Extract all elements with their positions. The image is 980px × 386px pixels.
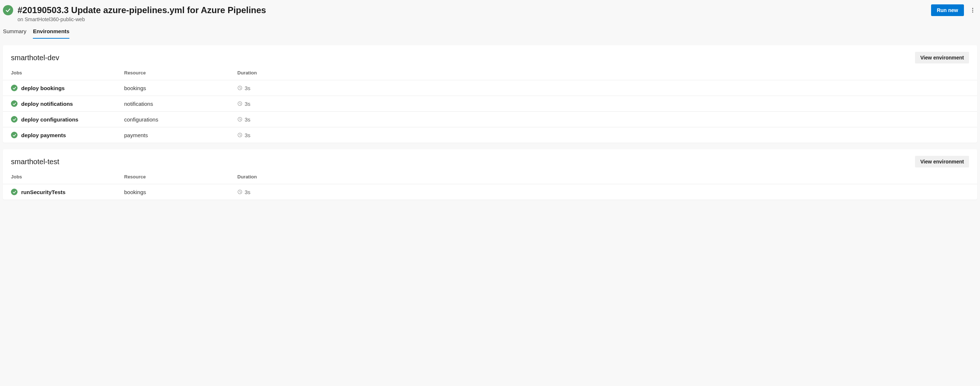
job-row[interactable]: deploy notifications notifications 3s [3,95,977,111]
environment-card-header: smarthotel-dev View environment [3,45,977,66]
run-new-button[interactable]: Run new [931,5,964,16]
success-icon [11,100,18,107]
job-row[interactable]: deploy bookings bookings 3s [3,80,977,95]
success-icon [11,189,18,195]
job-name: deploy notifications [21,101,73,107]
header-right: Run new [931,5,977,16]
header-left: #20190503.3 Update azure-pipelines.yml f… [3,5,931,22]
job-duration-cell: 3s [237,132,969,138]
view-environment-button[interactable]: View environment [915,156,969,167]
job-name: runSecurityTests [21,189,65,195]
title-block: #20190503.3 Update azure-pipelines.yml f… [18,5,266,22]
job-name-cell: deploy bookings [11,85,124,91]
page-subtitle: on SmartHotel360-public-web [18,16,266,22]
environment-name: smarthotel-dev [11,54,59,62]
view-environment-button[interactable]: View environment [915,52,969,64]
job-duration-cell: 3s [237,101,969,107]
column-header-resource: Resource [124,70,237,76]
job-duration: 3s [245,189,250,195]
environment-card: smarthotel-dev View environment Jobs Res… [3,45,977,143]
clock-icon [237,101,242,106]
column-header-duration: Duration [237,174,969,179]
more-options-button[interactable] [968,5,977,15]
page-header: #20190503.3 Update azure-pipelines.yml f… [0,0,980,22]
success-icon [11,132,18,138]
tab-environments[interactable]: Environments [33,28,69,39]
environment-card: smarthotel-test View environment Jobs Re… [3,149,977,200]
clock-icon [237,117,242,122]
column-header-resource: Resource [124,174,237,179]
job-duration-cell: 3s [237,85,969,91]
environment-name: smarthotel-test [11,157,59,166]
job-row[interactable]: runSecurityTests bookings 3s [3,184,977,200]
svg-point-2 [972,12,974,13]
job-duration-cell: 3s [237,116,969,122]
job-duration: 3s [245,132,250,138]
job-resource: bookings [124,85,237,91]
job-duration: 3s [245,101,250,107]
job-name-cell: runSecurityTests [11,189,124,195]
table-header: Jobs Resource Duration [3,66,977,80]
column-header-duration: Duration [237,70,969,76]
job-duration-cell: 3s [237,189,969,195]
job-resource: bookings [124,189,237,195]
clock-icon [237,85,242,91]
table-header: Jobs Resource Duration [3,170,977,184]
job-resource: configurations [124,116,237,122]
job-name: deploy configurations [21,116,78,122]
job-duration: 3s [245,116,250,122]
clock-icon [237,132,242,138]
success-icon [11,116,18,122]
job-name-cell: deploy notifications [11,100,124,107]
success-icon [11,85,18,91]
svg-point-0 [972,8,974,9]
column-header-jobs: Jobs [11,70,124,76]
job-name-cell: deploy configurations [11,116,124,122]
environment-card-header: smarthotel-test View environment [3,149,977,170]
job-name: deploy payments [21,132,66,138]
job-row[interactable]: deploy configurations configurations 3s [3,111,977,127]
clock-icon [237,189,242,194]
kebab-icon [970,7,975,13]
job-resource: payments [124,132,237,138]
svg-point-1 [972,10,974,11]
job-name-cell: deploy payments [11,132,124,138]
job-name: deploy bookings [21,85,65,91]
success-status-icon [3,5,13,15]
page-title: #20190503.3 Update azure-pipelines.yml f… [18,5,266,16]
job-resource: notifications [124,101,237,107]
column-header-jobs: Jobs [11,174,124,179]
tab-summary[interactable]: Summary [3,28,26,39]
job-duration: 3s [245,85,250,91]
job-row[interactable]: deploy payments payments 3s [3,127,977,143]
tab-bar: Summary Environments [0,22,980,39]
